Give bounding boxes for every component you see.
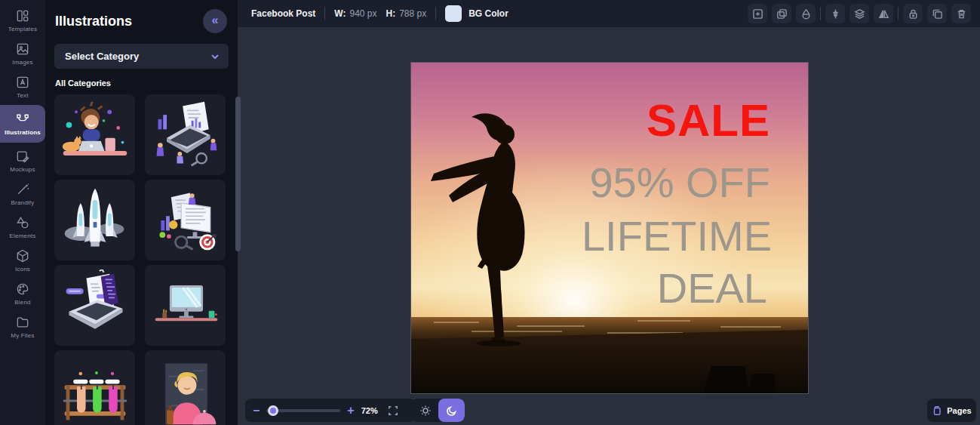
delete-button[interactable] [951,4,971,23]
sidebar-item-blend[interactable]: Blend [0,277,45,310]
zoom-out-button[interactable]: − [253,405,260,417]
illustration-thumb[interactable] [145,350,226,425]
website-analysis-target-illustration [149,184,222,257]
duplicate-icon [932,8,943,20]
illustration-grid [45,94,238,425]
category-dropdown-value: Select Category [65,51,139,62]
zoom-slider[interactable] [266,409,340,412]
width-label: W: [334,8,346,19]
sidebar-item-label: Blend [14,299,30,306]
design-editor-app: Templates Images Text Illustrations Mock… [0,0,980,425]
sidebar-item-label: My Files [11,332,34,339]
canvas-workspace[interactable]: SALE 95% OFF LIFETIME DEAL − + 72% [238,27,980,425]
sidebar-item-label: Brandify [11,199,35,206]
height-label: H: [386,8,396,19]
canvas-resize-button[interactable] [748,4,767,23]
illustrations-icon [15,112,30,127]
sale-headline[interactable]: SALE [647,95,770,146]
pages-label: Pages [947,406,971,415]
theme-toggle [412,399,465,422]
sidebar-item-images[interactable]: Images [0,37,45,70]
sidebar-item-illustrations[interactable]: Illustrations [0,105,45,143]
blend-palette-icon [15,282,30,297]
align-button[interactable] [825,4,845,23]
duplicate-button[interactable] [927,4,947,23]
sidebar-item-elements[interactable]: Elements [0,211,45,244]
sidebar-item-label: Icons [15,266,30,273]
panel-title: Illustrations [55,14,132,29]
toolbar-left-group: Facebook Post W: 940 px H: 788 px BG Col… [251,5,508,22]
toolbar-right-group [748,4,971,23]
lock-icon [908,8,919,20]
sidebar-item-text[interactable]: Text [0,70,45,103]
chevron-down-icon [210,52,220,61]
brandify-icon [15,182,30,197]
text-icon [15,75,30,90]
toolbar-divider [820,7,821,20]
document-type-label: Facebook Post [251,8,315,19]
zoom-slider-thumb[interactable] [268,405,278,416]
illustration-thumb[interactable] [145,94,226,175]
icon-sidebar: Templates Images Text Illustrations Mock… [0,0,45,425]
illustration-thumb[interactable] [145,265,226,346]
fit-screen-button[interactable] [388,405,398,416]
illustration-thumb[interactable] [54,180,135,260]
zoom-percentage: 72% [361,406,381,415]
illustration-thumb[interactable] [54,94,135,175]
height-dimension: H: 788 px [386,8,427,19]
sidebar-item-mockups[interactable]: Mockups [0,144,45,177]
crop-button[interactable] [772,4,791,23]
fullscreen-icon [388,405,398,416]
offer-line-2[interactable]: LIFETIME [582,212,772,260]
sidebar-item-label: Mockups [10,166,35,173]
trash-icon [956,8,967,20]
chef-with-dish-illustration [149,355,222,425]
illustration-thumb[interactable] [54,350,135,425]
bg-color-swatch[interactable] [445,5,462,22]
flip-button[interactable] [874,4,893,23]
layers-button[interactable] [849,4,869,23]
dark-mode-button[interactable] [438,399,465,422]
images-icon [15,42,30,57]
sun-icon [419,405,432,417]
width-dimension: W: 940 px [334,8,376,19]
zoom-in-button[interactable]: + [347,405,354,417]
offer-line-3[interactable]: DEAL [657,264,767,312]
illustration-thumb[interactable] [145,180,226,260]
toolbar-divider [435,7,436,20]
mockups-icon [15,149,30,164]
height-value: 788 px [399,8,426,19]
desktop-workspace-illustration [149,269,222,342]
illustrations-panel: Illustrations « Select Category All Cate… [45,0,238,425]
panel-scrollbar[interactable] [235,97,241,251]
collapse-panel-button[interactable]: « [203,9,227,33]
design-canvas[interactable]: SALE 95% OFF LIFETIME DEAL [411,63,808,393]
zoom-control-bar: − + 72% [245,399,416,422]
lock-button[interactable] [903,4,923,23]
toolbar-divider [324,7,325,20]
bg-color-control[interactable]: BG Color [445,5,508,22]
pages-icon [932,405,942,416]
sidebar-item-brandify[interactable]: Brandify [0,177,45,211]
flip-horizontal-icon [878,8,889,20]
sidebar-item-templates[interactable]: Templates [0,4,45,37]
man-laptop-cat-illustration [59,99,131,171]
sidebar-item-my-files[interactable]: My Files [0,310,45,343]
offer-line-1[interactable]: 95% OFF [589,159,770,206]
sidebar-item-icons[interactable]: Icons [0,244,45,277]
panel-header: Illustrations « [45,0,238,41]
pages-button[interactable]: Pages [927,399,976,422]
align-center-icon [830,8,841,20]
light-mode-button[interactable] [412,399,438,422]
illustration-thumb[interactable] [54,265,135,346]
icons-cube-icon [15,248,30,263]
rocket-launch-illustration [59,184,131,257]
color-drop-button[interactable] [796,4,816,23]
sidebar-item-label: Text [17,92,28,99]
color-drop-icon [800,8,812,20]
laptop-web-development-illustration [59,269,131,342]
silhouette-shadow [476,340,521,346]
bg-color-label: BG Color [468,8,508,19]
layers-icon [854,8,865,20]
category-dropdown[interactable]: Select Category [54,44,229,69]
